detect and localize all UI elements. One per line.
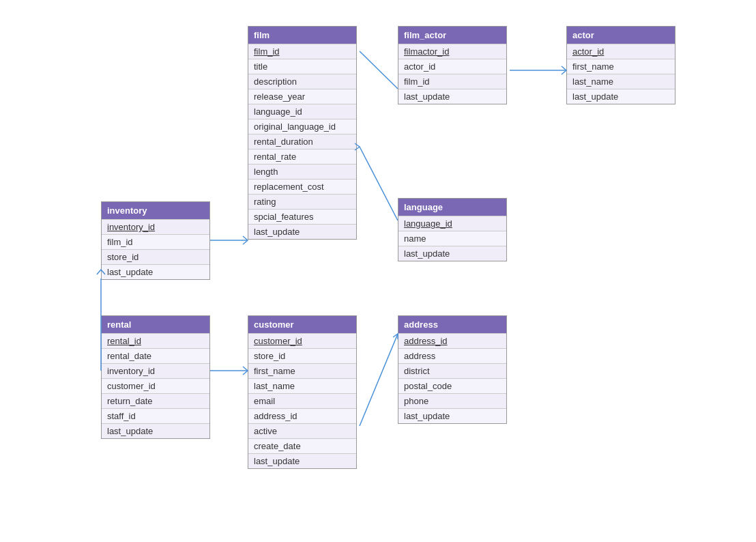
field-customer-customer_id: customer_id bbox=[248, 333, 356, 348]
field-address-last_update: last_update bbox=[398, 408, 506, 423]
table-language: languagelanguage_idnamelast_update bbox=[398, 198, 507, 261]
field-film-last_update: last_update bbox=[248, 224, 356, 239]
field-rental-rental_id: rental_id bbox=[102, 333, 209, 348]
field-address-district: district bbox=[398, 363, 506, 378]
field-address-address_id: address_id bbox=[398, 333, 506, 348]
table-actor: actoractor_idfirst_namelast_namelast_upd… bbox=[566, 26, 675, 104]
field-rental-inventory_id: inventory_id bbox=[102, 363, 209, 378]
field-address-postal_code: postal_code bbox=[398, 378, 506, 393]
table-header-inventory: inventory bbox=[102, 202, 209, 219]
table-header-film: film bbox=[248, 27, 356, 44]
table-header-address: address bbox=[398, 316, 506, 333]
field-film-replacement_cost: replacement_cost bbox=[248, 179, 356, 194]
field-film-rental_rate: rental_rate bbox=[248, 149, 356, 164]
table-header-rental: rental bbox=[102, 316, 209, 333]
field-film_actor-film_id: film_id bbox=[398, 74, 506, 89]
field-customer-store_id: store_id bbox=[248, 348, 356, 363]
field-film-title: title bbox=[248, 59, 356, 74]
field-film-film_id: film_id bbox=[248, 44, 356, 59]
table-address: addressaddress_idaddressdistrictpostal_c… bbox=[398, 315, 507, 424]
table-header-customer: customer bbox=[248, 316, 356, 333]
field-language-name: name bbox=[398, 231, 506, 246]
field-inventory-store_id: store_id bbox=[102, 249, 209, 264]
field-address-phone: phone bbox=[398, 393, 506, 408]
field-actor-last_name: last_name bbox=[567, 74, 675, 89]
field-film-original_language_id: original_language_id bbox=[248, 119, 356, 134]
table-film_actor: film_actorfilmactor_idactor_idfilm_idlas… bbox=[398, 26, 507, 104]
svg-line-2 bbox=[360, 147, 398, 220]
field-film-language_id: language_id bbox=[248, 104, 356, 119]
table-header-film_actor: film_actor bbox=[398, 27, 506, 44]
field-film-rating: rating bbox=[248, 194, 356, 209]
field-film_actor-filmactor_id: filmactor_id bbox=[398, 44, 506, 59]
field-customer-last_update: last_update bbox=[248, 453, 356, 468]
field-rental-staff_id: staff_id bbox=[102, 408, 209, 423]
table-inventory: inventoryinventory_idfilm_idstore_idlast… bbox=[101, 201, 210, 280]
field-inventory-last_update: last_update bbox=[102, 264, 209, 279]
field-inventory-inventory_id: inventory_id bbox=[102, 219, 209, 234]
field-inventory-film_id: film_id bbox=[102, 234, 209, 249]
field-actor-first_name: first_name bbox=[567, 59, 675, 74]
field-rental-return_date: return_date bbox=[102, 393, 209, 408]
table-header-actor: actor bbox=[567, 27, 675, 44]
field-customer-first_name: first_name bbox=[248, 363, 356, 378]
field-film-release_year: release_year bbox=[248, 89, 356, 104]
field-address-address: address bbox=[398, 348, 506, 363]
field-actor-last_update: last_update bbox=[567, 89, 675, 104]
field-customer-create_date: create_date bbox=[248, 438, 356, 453]
field-rental-customer_id: customer_id bbox=[102, 378, 209, 393]
field-customer-email: email bbox=[248, 393, 356, 408]
field-film-length: length bbox=[248, 164, 356, 179]
field-language-language_id: language_id bbox=[398, 216, 506, 231]
diagram-container: filmfilm_idtitledescriptionrelease_yearl… bbox=[0, 0, 756, 542]
table-film: filmfilm_idtitledescriptionrelease_yearl… bbox=[248, 26, 357, 240]
field-film_actor-last_update: last_update bbox=[398, 89, 506, 104]
field-film-rental_duration: rental_duration bbox=[248, 134, 356, 149]
svg-line-6 bbox=[360, 334, 398, 426]
table-rental: rentalrental_idrental_dateinventory_idcu… bbox=[101, 315, 210, 439]
field-film-description: description bbox=[248, 74, 356, 89]
field-language-last_update: last_update bbox=[398, 246, 506, 261]
svg-line-0 bbox=[360, 51, 398, 89]
field-rental-rental_date: rental_date bbox=[102, 348, 209, 363]
field-customer-last_name: last_name bbox=[248, 378, 356, 393]
field-customer-address_id: address_id bbox=[248, 408, 356, 423]
field-film-spcial_features: spcial_features bbox=[248, 209, 356, 224]
field-rental-last_update: last_update bbox=[102, 423, 209, 438]
field-customer-active: active bbox=[248, 423, 356, 438]
field-actor-actor_id: actor_id bbox=[567, 44, 675, 59]
table-customer: customercustomer_idstore_idfirst_namelas… bbox=[248, 315, 357, 469]
field-film_actor-actor_id: actor_id bbox=[398, 59, 506, 74]
table-header-language: language bbox=[398, 199, 506, 216]
